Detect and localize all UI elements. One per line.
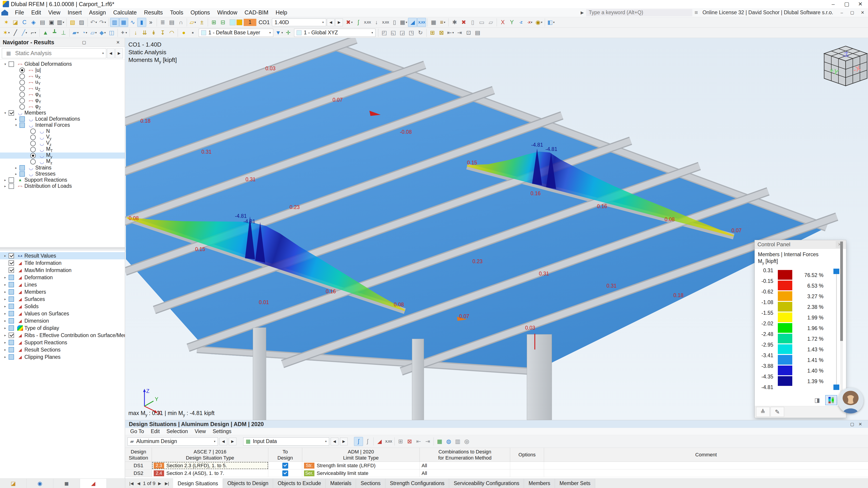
visibility-cancel-icon[interactable]: ✖: [459, 18, 468, 27]
export-excel-icon[interactable]: ▦: [435, 437, 444, 446]
tree-item--z-[interactable]: ⌐¬φZ: [0, 104, 125, 110]
copy-move-icon[interactable]: ⊟: [218, 18, 227, 27]
coordinate-system-combo[interactable]: 1 - Global XYZ ▾: [294, 29, 375, 37]
next-analysis-button[interactable]: ▶: [115, 48, 123, 58]
tab-objects-to-design[interactable]: Objects to Design: [223, 479, 273, 488]
zoom-in-icon[interactable]: ◱: [389, 28, 398, 37]
menu-calculate[interactable]: Calculate: [110, 8, 141, 17]
table-row[interactable]: DS12.3Section 2.3 (LRFD), 1. to 5.Str.St…: [125, 462, 868, 469]
analysis-type-combo[interactable]: ▦ Static Analysis ▾: [2, 48, 106, 58]
options-cell[interactable]: [510, 469, 544, 477]
tree-item--y-[interactable]: ⌐¬φY: [0, 98, 125, 104]
move-start-icon[interactable]: ⇤▾: [446, 28, 455, 37]
move-end-icon[interactable]: ⇥: [455, 28, 464, 37]
move-right-icon[interactable]: ⇥: [423, 437, 432, 446]
tree-item-u-z-[interactable]: ⌐¬uZ: [0, 86, 125, 92]
to-design-cell[interactable]: [268, 469, 302, 477]
doc-restore-button[interactable]: ▢: [848, 9, 856, 16]
visibility-mouse-icon[interactable]: ✱: [450, 18, 459, 27]
view-x-icon[interactable]: X: [498, 18, 507, 27]
radio[interactable]: [30, 129, 36, 134]
menu-edit[interactable]: Edit: [28, 8, 44, 17]
new-surface-icon[interactable]: ▰▾: [71, 28, 80, 37]
results-display-icon[interactable]: ◢: [80, 479, 107, 488]
result-diagram-icon[interactable]: ◢: [408, 18, 417, 27]
new-member-load-icon[interactable]: ⇊: [140, 28, 149, 37]
panel-toggle-icon[interactable]: ▮: [137, 18, 146, 27]
design-situation-type-cell[interactable]: 2.4Section 2.4 (ASD), 1. to 7.: [152, 469, 268, 477]
deformation-display-icon[interactable]: ʃ: [354, 18, 363, 27]
control-panel-header[interactable]: Control Panel ✕: [755, 240, 846, 249]
tab-members[interactable]: Members: [524, 479, 555, 488]
grid-display-icon[interactable]: ▦▾: [399, 18, 408, 27]
radio[interactable]: [20, 80, 25, 85]
tree-item-deformation[interactable]: ▸◢Deformation: [0, 274, 125, 281]
column-header[interactable]: Options: [510, 448, 544, 462]
lightbulb-icon[interactable]: ●: [179, 28, 188, 37]
tree-item-m-z-[interactable]: ◡Mz: [0, 159, 125, 165]
copy-insert-icon[interactable]: ⊞: [209, 18, 218, 27]
menu-file[interactable]: File: [11, 8, 28, 17]
checkbox[interactable]: [20, 171, 25, 177]
undo-icon[interactable]: ↶▾: [89, 18, 98, 27]
previous-load-case-button[interactable]: ◀: [327, 19, 335, 26]
checkbox[interactable]: [8, 184, 14, 189]
radio[interactable]: [20, 86, 25, 91]
work-plane-icon[interactable]: ◧▾: [546, 18, 555, 27]
tree-item-support-reactions[interactable]: ▸◢Support Reactions: [0, 339, 125, 346]
radio[interactable]: [20, 74, 25, 79]
manage-models-icon[interactable]: ▤: [38, 18, 47, 27]
checkbox-checked-icon[interactable]: [282, 463, 288, 468]
radio[interactable]: [20, 68, 25, 73]
scale-slider-handle-bottom[interactable]: [833, 385, 839, 390]
filter-delete-icon[interactable]: ▼▾: [275, 28, 284, 37]
tab-serviceability-configurations[interactable]: Serviceability Configurations: [449, 479, 524, 488]
column-header[interactable]: Comment: [544, 448, 868, 462]
column-header[interactable]: ToDesign: [268, 448, 302, 462]
previous-table-button[interactable]: ◀: [331, 437, 338, 445]
radio[interactable]: [20, 92, 25, 97]
tree-item-internal-forces[interactable]: ▾◡Internal Forces: [0, 122, 125, 128]
checkbox[interactable]: [8, 260, 14, 266]
last-page-button[interactable]: ▶|: [164, 481, 170, 486]
support-headset-icon[interactable]: ∩: [176, 18, 185, 27]
radio[interactable]: [30, 135, 36, 140]
table-view-combo[interactable]: ▦ Input Data ▾: [243, 437, 329, 446]
checkbox[interactable]: [20, 123, 25, 128]
scale-slider-handle-top[interactable]: [833, 269, 839, 274]
tree-item-v-z-[interactable]: ◡Vz: [0, 140, 125, 147]
layers-icon[interactable]: ≣: [158, 18, 167, 27]
camera-icon[interactable]: ◼: [53, 479, 80, 488]
tree-item-distribution-of-loads[interactable]: ▸⌐¬Distribution of Loads: [0, 183, 125, 189]
tree-item-members[interactable]: ▾◡Members: [0, 110, 125, 116]
snap-icon[interactable]: ⊡: [464, 28, 473, 37]
menu-view[interactable]: View: [44, 8, 64, 17]
tree-item--u-[interactable]: ⌐¬|u|: [0, 67, 125, 73]
load-case-combo[interactable]: 1.40D ▾: [272, 19, 326, 26]
new-nodal-load-icon[interactable]: ↓: [131, 28, 140, 37]
special-objects-icon[interactable]: ✦▾: [119, 28, 128, 37]
checkbox[interactable]: [8, 253, 14, 258]
search-icon[interactable]: ◎: [462, 437, 471, 446]
tree-item-m-y-[interactable]: ◡My: [0, 153, 125, 159]
delete-results-icon[interactable]: ✖▾: [345, 18, 354, 27]
color-scale-options-button[interactable]: [825, 395, 837, 405]
checkbox[interactable]: [8, 304, 14, 309]
new-area-load-icon[interactable]: ↡: [149, 28, 158, 37]
tree-item-clipping-planes[interactable]: ▸◢Clipping Planes: [0, 353, 125, 361]
tree-item-v-y-[interactable]: ◡Vy: [0, 134, 125, 140]
save-icon[interactable]: ▣: [47, 18, 56, 27]
load-display-icon[interactable]: ↓: [372, 18, 381, 27]
isolate-box-icon[interactable]: ▯: [468, 18, 477, 27]
result-diagram-icon[interactable]: ◢: [375, 437, 384, 446]
tree-item-max-min-information[interactable]: ◢Max/Min Information: [0, 267, 125, 274]
table-row[interactable]: DS22.4Section 2.4 (ASD), 1. to 7.Ser.Ser…: [125, 469, 868, 477]
new-line-icon[interactable]: ╱: [11, 28, 20, 37]
radio[interactable]: [30, 153, 36, 158]
print-icon[interactable]: ▥▾: [56, 18, 65, 27]
tree-item-members[interactable]: ▸◢Members: [0, 288, 125, 295]
isolate-cut-icon[interactable]: ▱: [486, 18, 495, 27]
new-free-load-icon[interactable]: ↧: [158, 28, 167, 37]
previous-analysis-button[interactable]: ◀: [107, 48, 115, 58]
avatar[interactable]: [838, 388, 864, 414]
